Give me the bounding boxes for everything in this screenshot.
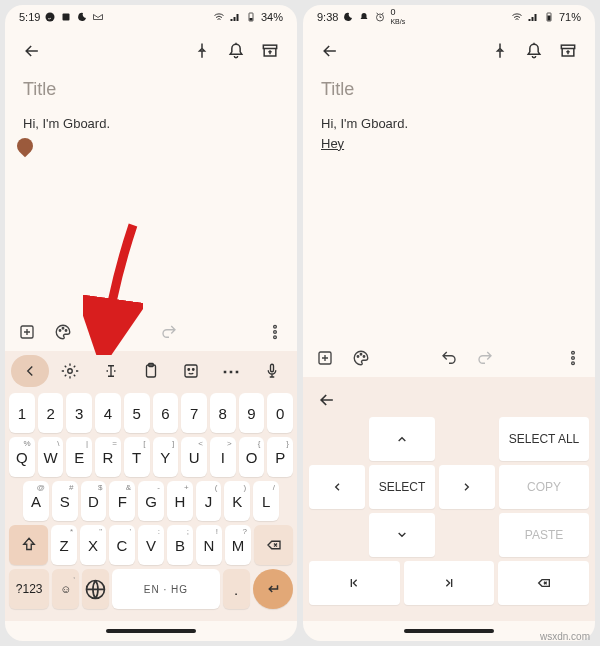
svg-point-10	[274, 331, 277, 334]
palette-button[interactable]	[51, 320, 75, 344]
key-6[interactable]: 6	[153, 393, 179, 433]
back-button[interactable]	[15, 34, 49, 68]
key-i[interactable]: I>	[210, 437, 236, 477]
enter-key[interactable]	[253, 569, 293, 609]
key-k[interactable]: K)	[224, 481, 250, 521]
note-content[interactable]: Title Hi, I'm Gboard.	[5, 73, 297, 313]
more-button[interactable]	[263, 320, 287, 344]
key-w[interactable]: W\	[38, 437, 64, 477]
note-body-line[interactable]: Hey	[321, 134, 577, 154]
key-1[interactable]: 1	[9, 393, 35, 433]
key-b[interactable]: B;	[167, 525, 193, 565]
period-key[interactable]: .	[223, 569, 250, 609]
format-bar	[303, 339, 595, 377]
key-a[interactable]: A@	[23, 481, 49, 521]
key-c[interactable]: C'	[109, 525, 135, 565]
palette-button[interactable]	[349, 346, 373, 370]
archive-button[interactable]	[551, 34, 585, 68]
key-f[interactable]: F&	[109, 481, 135, 521]
key-3[interactable]: 3	[66, 393, 92, 433]
key-r[interactable]: R=	[95, 437, 121, 477]
key-7[interactable]: 7	[181, 393, 207, 433]
kbd-more-button[interactable]: ⋯	[212, 355, 250, 387]
copy-button[interactable]: COPY	[499, 465, 589, 509]
pin-button[interactable]	[185, 34, 219, 68]
key-m[interactable]: M?	[225, 525, 251, 565]
cursor-down-button[interactable]	[369, 513, 435, 557]
svg-point-8	[65, 330, 67, 332]
undo-button[interactable]	[437, 346, 461, 370]
kbd-textselect-button[interactable]	[92, 355, 130, 387]
key-u[interactable]: U<	[181, 437, 207, 477]
select-all-button[interactable]: SELECT ALL	[499, 417, 589, 461]
text-cursor-handle[interactable]	[14, 134, 37, 157]
kbd-settings-button[interactable]	[51, 355, 89, 387]
language-key[interactable]	[82, 569, 109, 609]
kbd-collapse-button[interactable]	[11, 355, 49, 387]
shift-key[interactable]	[9, 525, 48, 565]
backspace-key[interactable]	[254, 525, 293, 565]
key-o[interactable]: O{	[239, 437, 265, 477]
cursor-home-button[interactable]	[309, 561, 400, 605]
kbd-clipboard-button[interactable]	[132, 355, 170, 387]
paste-button[interactable]: PASTE	[499, 513, 589, 557]
key-n[interactable]: N!	[196, 525, 222, 565]
key-q[interactable]: Q%	[9, 437, 35, 477]
backspace-button[interactable]	[498, 561, 589, 605]
svg-point-11	[274, 336, 277, 339]
reminder-button[interactable]	[219, 34, 253, 68]
key-d[interactable]: D$	[81, 481, 107, 521]
svg-rect-3	[249, 18, 252, 21]
kbd-sticker-button[interactable]	[172, 355, 210, 387]
archive-button[interactable]	[253, 34, 287, 68]
key-5[interactable]: 5	[124, 393, 150, 433]
cursor-left-button[interactable]	[309, 465, 365, 509]
key-z[interactable]: Z*	[51, 525, 77, 565]
key-s[interactable]: S#	[52, 481, 78, 521]
blank	[309, 513, 365, 557]
note-content[interactable]: Title Hi, I'm Gboard. Hey	[303, 73, 595, 339]
back-button[interactable]	[313, 34, 347, 68]
add-box-button[interactable]	[313, 346, 337, 370]
key-v[interactable]: V:	[138, 525, 164, 565]
cursor-end-button[interactable]	[404, 561, 495, 605]
status-battery: 71%	[559, 11, 581, 23]
kbd-mic-button[interactable]	[253, 355, 291, 387]
key-t[interactable]: T[	[124, 437, 150, 477]
select-button[interactable]: SELECT	[369, 465, 435, 509]
cursor-up-button[interactable]	[369, 417, 435, 461]
key-y[interactable]: Y]	[153, 437, 179, 477]
app-bar	[5, 29, 297, 73]
panel-back-button[interactable]	[309, 383, 589, 417]
key-4[interactable]: 4	[95, 393, 121, 433]
pin-button[interactable]	[483, 34, 517, 68]
space-key[interactable]: EN · HG	[112, 569, 220, 609]
title-placeholder[interactable]: Title	[321, 79, 577, 100]
redo-button[interactable]	[473, 346, 497, 370]
note-body-line[interactable]: Hi, I'm Gboard.	[321, 114, 577, 134]
key-p[interactable]: P}	[267, 437, 293, 477]
app-icon	[60, 11, 72, 23]
key-g[interactable]: G-	[138, 481, 164, 521]
key-h[interactable]: H+	[167, 481, 193, 521]
key-0[interactable]: 0	[267, 393, 293, 433]
add-box-button[interactable]	[15, 320, 39, 344]
note-body-line[interactable]: Hi, I'm Gboard.	[23, 114, 279, 134]
whatsapp-icon	[44, 11, 56, 23]
key-x[interactable]: X"	[80, 525, 106, 565]
redo-button[interactable]	[157, 320, 181, 344]
cursor-right-button[interactable]	[439, 465, 495, 509]
key-2[interactable]: 2	[38, 393, 64, 433]
key-e[interactable]: E|	[66, 437, 92, 477]
more-button[interactable]	[561, 346, 585, 370]
key-9[interactable]: 9	[239, 393, 265, 433]
system-nav-bar[interactable]	[5, 621, 297, 641]
status-time: 9:38	[317, 11, 338, 23]
title-placeholder[interactable]: Title	[23, 79, 279, 100]
key-l[interactable]: L/	[253, 481, 279, 521]
key-j[interactable]: J(	[196, 481, 222, 521]
key-8[interactable]: 8	[210, 393, 236, 433]
symbols-key[interactable]: ?123	[9, 569, 49, 609]
reminder-button[interactable]	[517, 34, 551, 68]
emoji-key[interactable]: ☺,	[52, 569, 79, 609]
